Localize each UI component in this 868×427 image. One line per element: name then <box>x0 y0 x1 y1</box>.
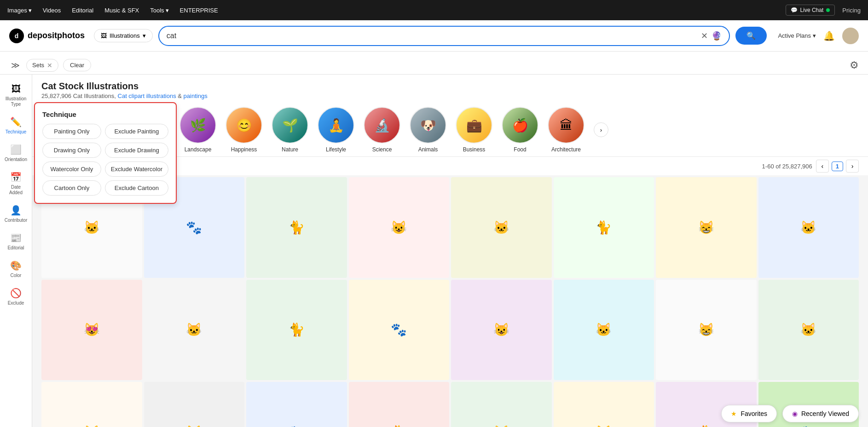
search-button[interactable]: 🔍 <box>735 27 767 45</box>
exclude-watercolor-button[interactable]: Exclude Watercolor <box>105 162 168 177</box>
cat-item-architecture[interactable]: 🏛 Architecture <box>548 107 584 153</box>
grid-item[interactable]: 😸 <box>656 177 757 278</box>
grid-item[interactable]: 🐈 <box>554 177 654 278</box>
grid-item[interactable]: 🐱 <box>451 382 552 427</box>
grid-item[interactable]: 🐾 <box>246 382 347 427</box>
grid-item[interactable]: 🐱 <box>451 177 552 278</box>
grid-item[interactable]: 😻 <box>41 280 142 381</box>
search-type-button[interactable]: 🖼 Illustrations ▾ <box>94 29 153 42</box>
cat-label-landscape: Landscape <box>185 146 212 153</box>
technique-panel-title: Technique <box>42 110 168 118</box>
sidebar-item-exclude[interactable]: 🚫 Exclude <box>2 284 30 310</box>
remove-tag-icon[interactable]: ✕ <box>47 62 52 69</box>
cat-item-lifestyle[interactable]: 🧘 Lifestyle <box>318 107 354 153</box>
pricing-link[interactable]: Pricing <box>842 7 861 14</box>
chevron-down-icon: ▾ <box>813 32 816 39</box>
clear-button[interactable]: Clear <box>63 59 91 71</box>
cat-item-animals[interactable]: 🐶 Animals <box>410 107 446 153</box>
search-input[interactable] <box>167 32 698 40</box>
cat-item-business[interactable]: 💼 Business <box>456 107 492 153</box>
sidebar-item-label: Technique <box>6 129 27 135</box>
recently-viewed-button[interactable]: ◉ Recently Viewed <box>782 405 859 422</box>
next-page-button[interactable]: › <box>846 160 859 173</box>
cartoon-only-button[interactable]: Cartoon Only <box>42 180 101 196</box>
sidebar-item-label: Date Added <box>5 185 28 196</box>
nav-tools[interactable]: Tools ▾ <box>150 7 168 14</box>
technique-grid: Painting Only Exclude Painting Drawing O… <box>42 124 168 196</box>
ai-search-button[interactable]: 🔮 <box>712 31 722 41</box>
cat-circle-architecture: 🏛 <box>548 107 584 144</box>
nav-images[interactable]: Images ▾ <box>7 7 32 14</box>
category-next-button[interactable]: › <box>594 122 608 137</box>
orientation-icon: ⬜ <box>10 144 22 155</box>
cat-item-nature[interactable]: 🌱 Nature <box>272 107 308 153</box>
sidebar-item-label: Editorial <box>7 245 24 251</box>
logo-text: depositphotos <box>28 31 85 40</box>
logo[interactable]: d depositphotos <box>9 29 85 43</box>
exclude-icon: 🚫 <box>10 288 22 299</box>
grid-item[interactable]: 🐱 <box>758 280 859 381</box>
clear-input-button[interactable]: ✕ <box>701 31 708 41</box>
cat-item-science[interactable]: 🔬 Science <box>364 107 400 153</box>
cat-clipart-link[interactable]: Cat clipart illustrations <box>118 92 176 99</box>
exclude-cartoon-button[interactable]: Exclude Cartoon <box>105 180 168 196</box>
grid-item[interactable]: 😸 <box>656 280 757 381</box>
user-avatar[interactable] <box>842 28 859 44</box>
watercolor-only-button[interactable]: Watercolor Only <box>42 162 101 177</box>
sets-filter-tag[interactable]: Sets ✕ <box>26 59 58 72</box>
nav-videos[interactable]: Videos <box>43 7 61 14</box>
cat-label-happiness: Happiness <box>231 146 257 153</box>
close-icon: ✕ <box>701 31 708 40</box>
eye-icon: ◉ <box>792 410 798 417</box>
live-chat-button[interactable]: 💬 Live Chat <box>786 5 835 16</box>
active-plans-button[interactable]: Active Plans ▾ <box>778 32 816 39</box>
editorial-icon: 📰 <box>10 232 22 243</box>
grid-item[interactable]: 🐱 <box>758 177 859 278</box>
painting-only-button[interactable]: Painting Only <box>42 124 101 139</box>
cat-label-animals: Animals <box>418 146 438 153</box>
exclude-painting-button[interactable]: Exclude Painting <box>105 124 168 139</box>
favorites-button[interactable]: ★ Favorites <box>721 405 777 422</box>
cat-label-nature: Nature <box>282 146 298 153</box>
grid-item[interactable]: 🐾 <box>349 280 450 381</box>
sidebar-item-illustration-type[interactable]: 🖼 Illustration Type <box>2 80 30 111</box>
grid-item[interactable]: 🐱 <box>554 280 654 381</box>
page-header: Cat Stock Illustrations 25,827,906 Cat I… <box>32 75 868 103</box>
nav-editorial[interactable]: Editorial <box>72 7 93 14</box>
nav-music[interactable]: Music & SFX <box>104 7 139 14</box>
grid-item[interactable]: 😺 <box>451 280 552 381</box>
live-dot <box>826 8 830 12</box>
grid-item[interactable]: 😻 <box>144 382 245 427</box>
settings-button[interactable]: ⚙ <box>850 59 859 71</box>
grid-item[interactable]: 🐈 <box>349 382 450 427</box>
paintings-link[interactable]: paintings <box>184 92 208 99</box>
sidebar-item-contributor[interactable]: 👤 Contributor <box>2 201 30 227</box>
cat-item-food[interactable]: 🍎 Food <box>502 107 538 153</box>
sidebar-item-label: Illustration Type <box>5 96 28 107</box>
sidebar-item-color[interactable]: 🎨 Color <box>2 256 30 282</box>
cat-label-lifestyle: Lifestyle <box>326 146 346 153</box>
grid-item[interactable]: 😺 <box>349 177 450 278</box>
grid-item[interactable]: 🐱 <box>144 280 245 381</box>
notifications-button[interactable]: 🔔 <box>823 30 835 41</box>
sidebar-item-technique[interactable]: ✏️ Technique <box>2 113 30 138</box>
sidebar-item-label: Color <box>11 273 22 278</box>
nav-enterprise[interactable]: ENTERPRISE <box>180 7 218 14</box>
grid-item[interactable]: 🐱 <box>41 382 142 427</box>
logo-icon: d <box>9 29 24 43</box>
grid-item[interactable]: 😺 <box>554 382 654 427</box>
search-icon: 🔍 <box>746 31 756 40</box>
image-grid: 🐱 🐾 🐈 😺 🐱 🐈 😸 🐱 😻 🐱 🐈 🐾 😺 🐱 😸 🐱 🐱 😻 🐾 🐈 … <box>32 175 868 427</box>
expand-filters-button[interactable]: ≫ <box>9 58 22 72</box>
sidebar-item-orientation[interactable]: ⬜ Orientation <box>2 140 30 166</box>
main-layout: 🖼 Illustration Type ✏️ Technique ⬜ Orien… <box>0 75 868 427</box>
drawing-only-button[interactable]: Drawing Only <box>42 143 101 158</box>
cat-item-happiness[interactable]: 😊 Happiness <box>226 107 262 153</box>
grid-item[interactable]: 🐈 <box>246 177 347 278</box>
sidebar-item-date-added[interactable]: 📅 Date Added <box>2 168 30 199</box>
grid-item[interactable]: 🐈 <box>246 280 347 381</box>
cat-item-landscape[interactable]: 🌿 Landscape <box>179 107 216 153</box>
exclude-drawing-button[interactable]: Exclude Drawing <box>105 143 168 158</box>
sidebar-item-editorial[interactable]: 📰 Editorial <box>2 229 30 254</box>
prev-page-button[interactable]: ‹ <box>816 160 829 173</box>
